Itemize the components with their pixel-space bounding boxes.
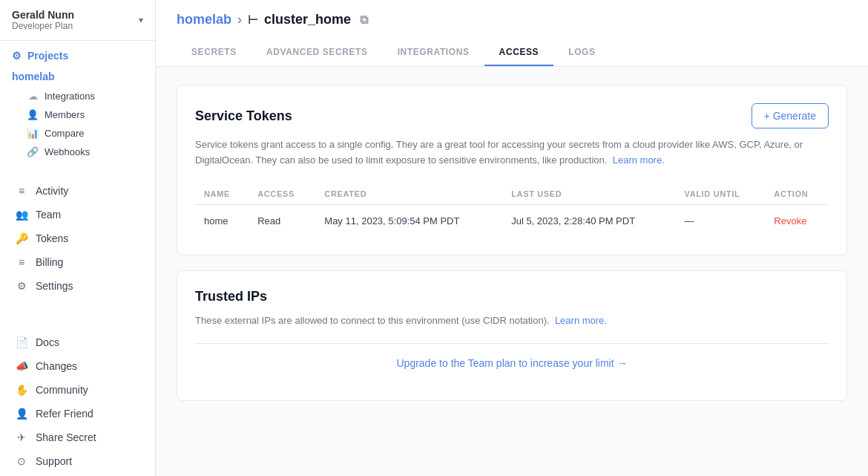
generate-button[interactable]: + Generate xyxy=(752,103,829,128)
compare-label: Compare xyxy=(45,128,84,139)
sidebar-bottom: 📄 Docs 📣 Changes ✋ Community 👤 Refer Fri… xyxy=(0,327,155,476)
table-header-row: NAME ACCESS CREATED LAST USED VALID UNTI… xyxy=(195,183,829,205)
username: Gerald Nunn xyxy=(12,9,74,21)
table-body: home Read May 11, 2023, 5:09:54 PM PDT J… xyxy=(195,204,829,237)
trusted-ips-description: These external IPs are allowed to connec… xyxy=(195,313,829,329)
members-label: Members xyxy=(45,109,85,120)
trusted-ips-learn-more-link[interactable]: Learn more. xyxy=(555,315,607,326)
token-last-used: Jul 5, 2023, 2:28:40 PM PDT xyxy=(502,204,675,237)
col-name: NAME xyxy=(195,183,249,205)
copy-icon[interactable]: ⧉ xyxy=(360,13,368,27)
token-valid-until: — xyxy=(675,204,765,237)
sidebar-item-refer-friend[interactable]: 👤 Refer Friend xyxy=(9,402,146,426)
sidebar-item-members[interactable]: 👤 Members xyxy=(21,105,155,124)
table-row: home Read May 11, 2023, 5:09:54 PM PDT J… xyxy=(195,204,829,237)
sidebar: Gerald Nunn Developer Plan ▾ ⚙ Projects … xyxy=(0,0,156,476)
gear-icon: ⚙ xyxy=(12,50,22,62)
breadcrumb-cluster-name: cluster_home xyxy=(264,12,351,27)
activity-label: Activity xyxy=(36,185,68,197)
trusted-ips-title: Trusted IPs xyxy=(195,289,267,304)
description-text: Service tokens grant access to a single … xyxy=(195,139,803,166)
sidebar-item-share-secret[interactable]: ✈ Share Secret xyxy=(9,426,146,449)
breadcrumb-project-link[interactable]: homelab xyxy=(177,12,231,27)
webhooks-label: Webhooks xyxy=(45,146,90,157)
docs-icon: 📄 xyxy=(15,336,28,348)
sidebar-item-docs[interactable]: 📄 Docs xyxy=(9,330,146,354)
upgrade-row: Upgrade to the Team plan to increase you… xyxy=(195,343,829,382)
revoke-button[interactable]: Revoke xyxy=(774,215,806,226)
token-created: May 11, 2023, 5:09:54 PM PDT xyxy=(315,204,502,237)
integrations-label: Integrations xyxy=(45,91,95,102)
cluster-icon: ⊢ xyxy=(248,13,258,27)
project-name[interactable]: homelab xyxy=(0,69,155,87)
settings-label: Settings xyxy=(36,280,73,292)
refer-icon: 👤 xyxy=(15,408,28,420)
community-label: Community xyxy=(36,384,88,396)
sidebar-item-webhooks[interactable]: 🔗 Webhooks xyxy=(21,143,155,161)
support-icon: ⊙ xyxy=(15,455,28,467)
sidebar-item-support[interactable]: ⊙ Support xyxy=(9,449,146,473)
tab-logs[interactable]: LOGS xyxy=(553,39,610,66)
user-info: Gerald Nunn Developer Plan xyxy=(12,9,74,31)
token-name: home xyxy=(195,204,249,237)
settings-icon: ⚙ xyxy=(15,280,28,292)
token-access: Read xyxy=(249,204,315,237)
main-content: homelab › ⊢ cluster_home ⧉ SECRETS ADVAN… xyxy=(156,0,868,476)
table-head: NAME ACCESS CREATED LAST USED VALID UNTI… xyxy=(195,183,829,205)
col-access: ACCESS xyxy=(249,183,315,205)
refer-friend-label: Refer Friend xyxy=(36,408,93,420)
service-tokens-header: Service Tokens + Generate xyxy=(195,103,829,128)
sidebar-item-compare[interactable]: 📊 Compare xyxy=(21,124,155,143)
tokens-icon: 🔑 xyxy=(15,232,28,244)
content-area: Service Tokens + Generate Service tokens… xyxy=(156,67,868,476)
col-action: ACTION xyxy=(765,183,829,205)
user-plan: Developer Plan xyxy=(12,21,74,31)
service-tokens-title: Service Tokens xyxy=(195,108,292,124)
share-secret-label: Share Secret xyxy=(36,431,96,443)
main-nav: ≡ Activity 👥 Team 🔑 Tokens ≡ Billing ⚙ S… xyxy=(0,176,155,301)
tab-secrets[interactable]: SECRETS xyxy=(177,39,251,66)
col-last-used: LAST USED xyxy=(502,183,675,205)
trusted-ips-header: Trusted IPs xyxy=(195,289,829,304)
col-created: CREATED xyxy=(315,183,502,205)
chevron-down-icon[interactable]: ▾ xyxy=(139,15,143,25)
share-icon: ✈ xyxy=(15,431,28,443)
sidebar-item-changes[interactable]: 📣 Changes xyxy=(9,354,146,378)
tab-advanced-secrets[interactable]: ADVANCED SECRETS xyxy=(251,39,383,66)
tab-access[interactable]: ACCESS xyxy=(484,39,554,66)
compare-icon: 📊 xyxy=(27,128,39,139)
upgrade-link[interactable]: Upgrade to the Team plan to increase you… xyxy=(396,357,627,369)
support-label: Support xyxy=(36,455,72,467)
sidebar-item-activity[interactable]: ≡ Activity xyxy=(9,179,146,203)
tab-integrations[interactable]: INTEGRATIONS xyxy=(383,39,484,66)
trusted-ips-desc-text: These external IPs are allowed to connec… xyxy=(195,315,550,326)
token-action: Revoke xyxy=(765,204,829,237)
service-tokens-learn-more-link[interactable]: Learn more. xyxy=(613,154,665,166)
activity-icon: ≡ xyxy=(15,185,28,197)
members-icon: 👤 xyxy=(27,109,39,120)
service-tokens-table: NAME ACCESS CREATED LAST USED VALID UNTI… xyxy=(195,183,829,237)
top-header: homelab › ⊢ cluster_home ⧉ SECRETS ADVAN… xyxy=(156,0,868,67)
team-icon: 👥 xyxy=(15,209,28,221)
breadcrumb: homelab › ⊢ cluster_home ⧉ xyxy=(177,12,847,27)
projects-header[interactable]: ⚙ Projects xyxy=(12,50,143,62)
col-valid-until: VALID UNTIL xyxy=(675,183,765,205)
sidebar-item-settings[interactable]: ⚙ Settings xyxy=(9,274,146,298)
webhooks-icon: 🔗 xyxy=(27,146,39,157)
sidebar-user-header[interactable]: Gerald Nunn Developer Plan ▾ xyxy=(0,0,155,41)
service-tokens-description: Service tokens grant access to a single … xyxy=(195,137,829,169)
docs-label: Docs xyxy=(36,336,59,348)
project-sub-items: ☁ Integrations 👤 Members 📊 Compare 🔗 Web… xyxy=(0,87,155,161)
sidebar-item-billing[interactable]: ≡ Billing xyxy=(9,250,146,274)
changes-label: Changes xyxy=(36,360,77,372)
sidebar-item-team[interactable]: 👥 Team xyxy=(9,203,146,226)
trusted-ips-card: Trusted IPs These external IPs are allow… xyxy=(177,270,847,402)
community-icon: ✋ xyxy=(15,384,28,396)
billing-icon: ≡ xyxy=(15,256,28,268)
projects-section: ⚙ Projects xyxy=(0,41,155,69)
tabs-bar: SECRETS ADVANCED SECRETS INTEGRATIONS AC… xyxy=(177,39,847,66)
sidebar-item-community[interactable]: ✋ Community xyxy=(9,378,146,402)
sidebar-item-integrations[interactable]: ☁ Integrations xyxy=(21,87,155,105)
sidebar-item-tokens[interactable]: 🔑 Tokens xyxy=(9,226,146,250)
tokens-label: Tokens xyxy=(36,232,68,244)
